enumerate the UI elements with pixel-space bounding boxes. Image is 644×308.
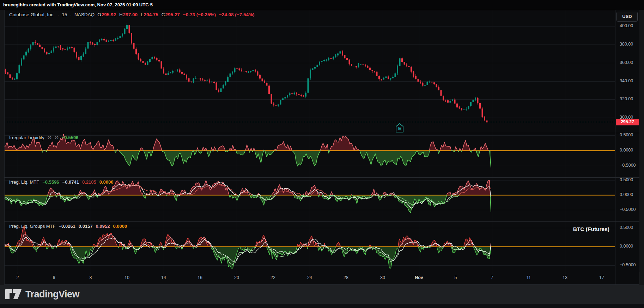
legend-separator: ·	[57, 12, 59, 17]
price-chart-canvas: E	[4, 10, 615, 133]
indicator-tick-label: 0.0000	[620, 192, 633, 197]
symbol-interval: 15	[62, 12, 67, 17]
indicator-tick-label: 0.5000	[620, 225, 633, 230]
ohlc-item: L294.75	[141, 12, 158, 17]
indicator-title: Irregular Liquidity	[9, 135, 44, 140]
pane-separator[interactable]	[4, 177, 639, 178]
time-label: 17	[599, 275, 604, 280]
bottom-strip	[0, 304, 644, 308]
ohlc-values: O295.92H297.00L294.75C295.27−0.73 (−0.25…	[97, 12, 254, 17]
time-label: 30	[380, 275, 385, 280]
change-value: −0.73 (−0.25%)	[183, 12, 216, 17]
earnings-icon-letter: E	[398, 126, 401, 131]
ohlc-item: C295.27	[162, 12, 180, 17]
price-tick-label: 320.00	[620, 96, 633, 101]
time-label: 13	[563, 275, 567, 280]
indicator-canvas	[4, 221, 615, 272]
time-label: 6	[53, 275, 55, 280]
pane-separator[interactable]	[4, 221, 639, 222]
indicator-value: −0.5596	[62, 135, 78, 140]
ohlc-item: O295.92	[97, 12, 116, 17]
time-label: 5	[455, 275, 457, 280]
time-label: 2	[17, 275, 19, 280]
time-label: 16	[198, 275, 202, 280]
time-scale[interactable]: 2681014162022242830Nov57111317	[4, 272, 615, 285]
time-label: 7	[491, 275, 493, 280]
time-label: 11	[527, 275, 531, 280]
pane-separator	[4, 272, 639, 272]
btc-futures-label: BTC (Futures)	[573, 226, 609, 232]
tradingview-logo-icon[interactable]	[5, 289, 22, 300]
change-value: −24.08 (−7.54%)	[219, 12, 255, 17]
indicator-title: Irreg. Liq. MTF	[9, 179, 39, 185]
indicator-tick-label: 0.5000	[620, 132, 633, 137]
price-tick-label: 400.00	[620, 23, 633, 28]
indicator-value: ∅	[55, 135, 59, 140]
candles	[5, 23, 488, 123]
indicator-values: ∅∅−0.5596	[48, 135, 79, 140]
pane-separator[interactable]	[4, 133, 639, 133]
indicator-value: −0.0741	[62, 179, 79, 185]
indicator-tick-label: −0.5000	[620, 262, 636, 267]
indicator-value: ∅	[48, 135, 51, 140]
indicator-value: 0.0000	[99, 179, 114, 185]
time-label: 14	[161, 275, 166, 280]
price-tick-label: 380.00	[620, 42, 633, 47]
price-tick-label: 360.00	[620, 60, 633, 65]
indicator-values: −0.5596−0.07410.21050.0000	[42, 179, 113, 185]
indicator-value: 0.0952	[96, 224, 110, 229]
indicator-tick-label: 0.0000	[620, 148, 633, 153]
symbol-exchange: NASDAQ	[74, 12, 95, 17]
indicator-tick-label: −0.5000	[620, 207, 636, 212]
indicator-title: Irreg. Liq. Groups MTF	[9, 224, 55, 229]
indicator-pane-irreg-liq-mtf[interactable]: Irreg. Liq. MTF −0.5596−0.07410.21050.00…	[4, 177, 615, 221]
indicator-tick-label: −0.5000	[620, 163, 636, 168]
legend-separator: ·	[70, 12, 72, 17]
chart-widget[interactable]: Coinbase Global, Inc. · 15 · NASDAQ O295…	[4, 10, 639, 285]
indicator-pane-irreg-liq-groups-mtf[interactable]: Irreg. Liq. Groups MTF −0.02610.01570.09…	[4, 221, 615, 272]
time-label: 24	[307, 275, 312, 280]
attribution-bar: brucegibbs created with TradingView.com,…	[0, 0, 644, 10]
ohlc-item: H297.00	[119, 12, 138, 17]
indicator-value: 0.0000	[113, 224, 127, 229]
symbol-legend[interactable]: Coinbase Global, Inc. · 15 · NASDAQ O295…	[9, 12, 255, 17]
indicator-tick-label: 0.0000	[620, 244, 633, 249]
time-label: 22	[271, 275, 275, 280]
indicator-legend[interactable]: Irreg. Liq. MTF −0.5596−0.07410.21050.00…	[9, 179, 114, 185]
indicator-canvas	[4, 133, 615, 177]
footer-bar: TradingView	[0, 285, 644, 304]
price-pane[interactable]: Coinbase Global, Inc. · 15 · NASDAQ O295…	[4, 10, 615, 133]
indicator-legend[interactable]: Irregular Liquidity ∅∅−0.5596	[9, 135, 78, 140]
indicator-values: −0.02610.01570.09520.0000	[59, 224, 127, 229]
time-label: 10	[124, 275, 129, 280]
axis-separator	[615, 10, 615, 285]
symbol-title: Coinbase Global, Inc.	[9, 12, 55, 17]
time-label: 20	[234, 275, 239, 280]
indicator-value: −0.5596	[42, 179, 59, 185]
tradingview-brand-text[interactable]: TradingView	[25, 289, 79, 300]
indicator-value: 0.2105	[82, 179, 96, 185]
time-label: 8	[90, 275, 92, 280]
price-scale[interactable]: USD 295.27 400.00380.00360.00340.00320.0…	[615, 10, 639, 272]
indicator-pane-irregular-liquidity[interactable]: Irregular Liquidity ∅∅−0.5596	[4, 133, 615, 177]
attribution-text: brucegibbs created with TradingView.com,…	[3, 2, 153, 7]
price-tick-label: 340.00	[620, 78, 633, 83]
indicator-tick-label: 0.5000	[620, 177, 633, 182]
time-label: 28	[344, 275, 348, 280]
price-tick-label: 300.00	[620, 115, 633, 120]
indicator-legend[interactable]: Irreg. Liq. Groups MTF −0.02610.01570.09…	[9, 224, 127, 229]
indicator-value: −0.0261	[59, 224, 75, 229]
currency-button[interactable]: USD	[616, 12, 638, 22]
time-label: Nov	[415, 275, 423, 280]
indicator-value: 0.0157	[79, 224, 93, 229]
